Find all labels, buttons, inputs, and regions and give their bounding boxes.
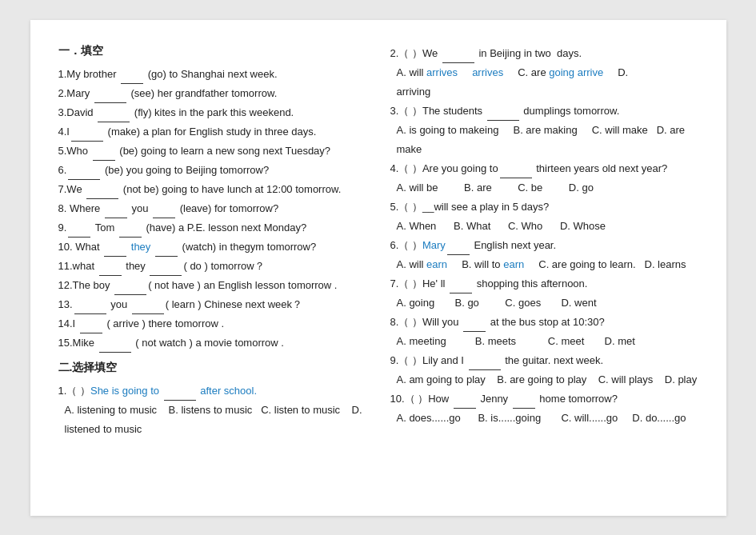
q15-fill: 15.Mike ( not watch ) a movie tomorrow . — [58, 333, 366, 353]
q2-fill: 2.Mary (see) her grandfather tomorrow. — [58, 84, 366, 103]
mc-q8-options: A. meeting B. meets C. meet D. met — [390, 332, 698, 351]
q3-fill: 3.David (fly) kites in the park this wee… — [58, 103, 366, 122]
mc-q1-options2: listened to music — [58, 420, 366, 439]
q9-fill: 9. Tom (have) a P.E. lesson next Monday? — [58, 218, 366, 238]
mc-q10: 10.（ ）How Jenny home tomorrow? — [390, 389, 698, 409]
mc-q3: 3.（ ）The students dumplings tomorrow. — [390, 102, 698, 121]
section2-title: 二.选择填空 — [58, 361, 366, 375]
mc-q4-options: A. will be B. are C. be D. go — [390, 178, 698, 198]
mc-q5: 5.（ ）__will see a play in 5 days? — [390, 198, 698, 217]
mc-q7: 7.（ ）He' ll shopping this afternoon. — [390, 274, 698, 293]
q13-fill: 13. you ( learn ) Chinese next week？ — [58, 295, 366, 314]
mc-q2-options: A. will arrives arrives C. are going arr… — [390, 63, 698, 82]
mc-q3-options2: make — [390, 140, 698, 159]
right-column: 2.（ ）We in Beijing in two days. A. will … — [390, 44, 698, 492]
section1-title: 一．填空 — [58, 44, 366, 58]
mc-q10-options: A. does......go B. is......going C. will… — [390, 409, 698, 428]
mc-q3-options: A. is going to makeing B. are making C. … — [390, 121, 698, 140]
mc-q2: 2.（ ）We in Beijing in two days. — [390, 44, 698, 63]
mc-q5-options: A. When B. What C. Who D. Whose — [390, 217, 698, 236]
mc-q1: 1.（ ）She is going to after school. — [58, 381, 366, 401]
q5-fill: 5.Who (be) going to learn a new song nex… — [58, 142, 366, 161]
main-page: 一．填空 1.My brother (go) to Shanghai next … — [30, 20, 726, 516]
blank — [99, 352, 131, 353]
mc-q7-options: A. going B. go C. goes D. went — [390, 293, 698, 313]
q7-fill: 7.We (not be) going to have lunch at 12:… — [58, 180, 366, 199]
mc-q2-options2: arriving — [390, 82, 698, 102]
q12-fill: 12.The boy ( not have ) an English lesso… — [58, 276, 366, 295]
mc-q9: 9.（ ）Lily and I the guitar. next week. — [390, 351, 698, 370]
mc-q4: 4.（ ）Are you going to thirteen years old… — [390, 159, 698, 178]
q6-fill: 6. (be) you going to Beijing tomorrow? — [58, 161, 366, 180]
q11-fill: 11.what they ( do ) tomorrow？ — [58, 257, 366, 276]
mc-q6: 6.（ ）Mary English next year. — [390, 236, 698, 255]
mc-q8: 8.（ ）Will you at the bus stop at 10:30? — [390, 313, 698, 332]
left-column: 一．填空 1.My brother (go) to Shanghai next … — [58, 44, 366, 492]
q14-fill: 14.I ( arrive ) there tomorrow . — [58, 314, 366, 333]
q1-fill: 1.My brother (go) to Shanghai next week. — [58, 65, 366, 84]
mc-q1-options: A. listening to music B. listens to musi… — [58, 401, 366, 420]
q8-fill: 8. Where you (leave) for tomorrow? — [58, 199, 366, 218]
q4-fill: 4.I (make) a plan for English study in t… — [58, 122, 366, 142]
mc-q6-options: A. will earn B. will to earn C. are goin… — [390, 255, 698, 274]
mc-q9-options: A. am going to play B. are going to play… — [390, 370, 698, 389]
q10-fill: 10. What they (watch) in thegym tomorrow… — [58, 238, 366, 257]
